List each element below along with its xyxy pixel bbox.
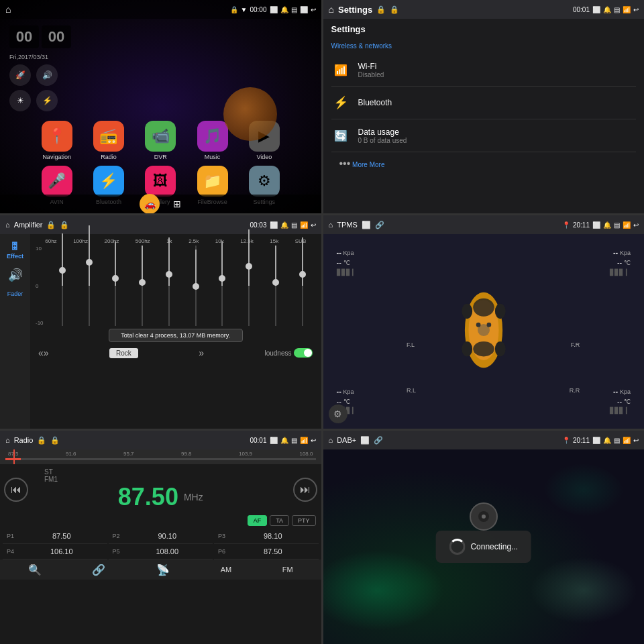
screen-icon: ⬜ xyxy=(270,6,278,13)
vol-side-icon[interactable]: 🔊 xyxy=(36,64,58,86)
radio-title: Radio xyxy=(14,436,34,444)
tpms-signal-icon: 🔗 xyxy=(375,221,384,229)
radio-am-label[interactable]: AM xyxy=(221,566,232,574)
eq-slider-100hz[interactable] xyxy=(83,246,95,326)
settings-back-icon[interactable]: ↩ xyxy=(633,6,639,13)
brightness-icon[interactable]: ☀ xyxy=(9,90,31,111)
preset-freq-P2: 90.10 xyxy=(126,532,209,540)
settings-home-icon[interactable]: ⌂ xyxy=(329,4,334,15)
eq-freq-2.5k: 2.5k xyxy=(189,238,199,244)
dab-screen2-icon: ⬜ xyxy=(592,437,600,444)
settings-vol-icon: 🔔 xyxy=(603,6,611,13)
wifi-setting-item[interactable]: 📶 Wi-Fi Disabled xyxy=(331,54,637,87)
radio-link-icon[interactable]: 🔗 xyxy=(92,564,105,576)
eq-slider-12.5k[interactable] xyxy=(243,246,255,326)
eq-slider-60hz[interactable] xyxy=(56,246,68,326)
preset-item-P1[interactable]: P187.50 xyxy=(3,529,107,544)
eq-freq-labels: 60hz100hz200hz500hz1k2.5k10k12.5k15kSUB xyxy=(33,237,319,246)
eq-slider-15k[interactable] xyxy=(270,246,282,326)
radio-ta-btn[interactable]: TA xyxy=(270,515,289,526)
app-icon-navigation[interactable]: 📍Navigation xyxy=(34,121,80,160)
radio-next-btn[interactable]: ⏭ xyxy=(293,478,317,502)
home-icon[interactable]: ⌂ xyxy=(5,4,11,15)
tpms-home-icon[interactable]: ⌂ xyxy=(329,221,333,229)
radio-antenna-icon[interactable]: 📡 xyxy=(156,564,170,576)
eq-controls: «» Rock » loudness xyxy=(33,345,319,361)
settings-time: 00:01 xyxy=(573,6,590,13)
radio-screen-icon: ⬜ xyxy=(270,437,278,444)
eq-effect-item[interactable]: 🎛 Effect xyxy=(7,241,23,260)
eq-home-icon[interactable]: ⌂ xyxy=(5,221,10,229)
car-icon[interactable]: 🚗 xyxy=(140,194,160,213)
tpms-fl-label: F.L xyxy=(407,341,415,348)
dab-wave3 xyxy=(543,463,624,517)
preset-item-P2[interactable]: P290.10 xyxy=(109,529,213,544)
radio-search-icon[interactable]: 🔍 xyxy=(28,564,42,576)
dab-wifi-icon: 📶 xyxy=(623,437,631,444)
dab-vol-icon: 🔔 xyxy=(603,437,611,444)
preset-num-P4: P4 xyxy=(7,548,17,555)
svg-point-13 xyxy=(482,515,486,519)
wifi-setting-icon: 📶 xyxy=(331,60,350,79)
radio-scale-91.6: 91.6 xyxy=(66,451,76,457)
radio-frequency: 87.50 xyxy=(118,483,178,511)
dab-time: 20:11 xyxy=(573,437,590,444)
data-usage-setting-item[interactable]: 🔄 Data usage 0 B of data used xyxy=(331,119,637,152)
eq-loudness-toggle[interactable] xyxy=(294,348,313,358)
preset-item-P5[interactable]: P5108.00 xyxy=(109,544,213,559)
dab-back-icon[interactable]: ↩ xyxy=(633,437,639,444)
eq-slider-10k[interactable] xyxy=(216,246,228,326)
app-icon-dvr[interactable]: 📹DVR xyxy=(138,121,184,160)
dab-connecting-dialog: Connecting... xyxy=(435,531,531,563)
back-icon[interactable]: ↩ xyxy=(311,6,316,13)
app-icon-radio[interactable]: 📻Radio xyxy=(85,121,131,160)
eq-time: 00:03 xyxy=(250,221,266,229)
app-img-3: 🎵 xyxy=(197,121,228,152)
preset-item-P3[interactable]: P398.10 xyxy=(214,529,319,544)
wifi-top-icon: ⬜ xyxy=(300,6,308,13)
radio-back-icon[interactable]: ↩ xyxy=(311,437,316,444)
eq-main-area: 60hz100hz200hz500hz1k2.5k10k12.5k15kSUB … xyxy=(30,234,321,429)
preset-item-P6[interactable]: P687.50 xyxy=(214,544,319,559)
radio-fm-label[interactable]: FM xyxy=(282,566,293,574)
radio-scale-99.8: 99.8 xyxy=(181,451,192,457)
rocket-icon[interactable]: 🚀 xyxy=(9,64,31,86)
radio-top-bar: ⌂ Radio 🔒 🔒 00:01 ⬜ 🔔 ▤ 📶 ↩ xyxy=(0,431,321,449)
eq-slider-SUB[interactable] xyxy=(297,246,309,326)
tpms-settings-btn[interactable]: ⚙ xyxy=(329,405,347,423)
eq-prev-btn[interactable]: «» xyxy=(38,347,49,358)
eq-lock-icon: 🔒 xyxy=(46,221,56,229)
radio-prev-btn[interactable]: ⏮ xyxy=(4,478,28,502)
more-settings[interactable]: ••• More More xyxy=(331,152,637,175)
radio-af-buttons: AF TA PTY xyxy=(0,515,321,526)
tpms-back-icon[interactable]: ↩ xyxy=(633,221,639,229)
radio-pty-btn[interactable]: PTY xyxy=(292,515,316,526)
eq-fader-item[interactable]: Fader xyxy=(7,290,23,297)
eq-slider-200hz[interactable] xyxy=(109,246,121,326)
eq-back-icon[interactable]: ↩ xyxy=(311,221,316,229)
dab-connecting-text: Connecting... xyxy=(470,542,518,551)
tpms-fr-label: F.R xyxy=(571,341,580,348)
tpms-body: -- Kpa -- ℃ ▊▊▊ ▎ -- Kpa -- ℃ ▊▊▊ ▎ -- K… xyxy=(323,234,645,429)
settings-top-bar: ⌂ Settings 🔒 🔒 00:01 ⬜ 🔔 ▤ 📶 ↩ xyxy=(323,0,645,19)
dab-home-icon[interactable]: ⌂ xyxy=(329,436,333,444)
tpms-eq-icon: ▤ xyxy=(614,221,620,229)
preset-item-P4[interactable]: P4106.10 xyxy=(3,544,107,559)
tune-icon[interactable]: ⚡ xyxy=(36,90,58,111)
data-item-sub: 0 B of data used xyxy=(358,137,407,144)
radio-af-btn[interactable]: AF xyxy=(248,515,268,526)
eq-next-btn[interactable]: » xyxy=(199,347,204,358)
eq-slider-1k[interactable] xyxy=(163,246,175,326)
lock-icon: 🔒 xyxy=(230,6,238,13)
vol-icon: 🔔 xyxy=(280,6,288,13)
radio-scale-103.9: 103.9 xyxy=(239,451,252,457)
bluetooth-setting-item[interactable]: ⚡ Bluetooth xyxy=(331,87,637,119)
radio-home-icon[interactable]: ⌂ xyxy=(5,436,10,444)
eq-mode-btn[interactable]: Rock xyxy=(109,348,138,358)
clock-mins: 00 xyxy=(42,25,71,48)
tpms-rr-label: R.R xyxy=(570,387,580,394)
wifi-item-name: Wi-Fi xyxy=(358,62,384,71)
eq-slider-2.5k[interactable] xyxy=(190,246,202,326)
eq-slider-500hz[interactable] xyxy=(136,246,148,326)
menu-grid-icon[interactable]: ⊞ xyxy=(173,199,181,209)
